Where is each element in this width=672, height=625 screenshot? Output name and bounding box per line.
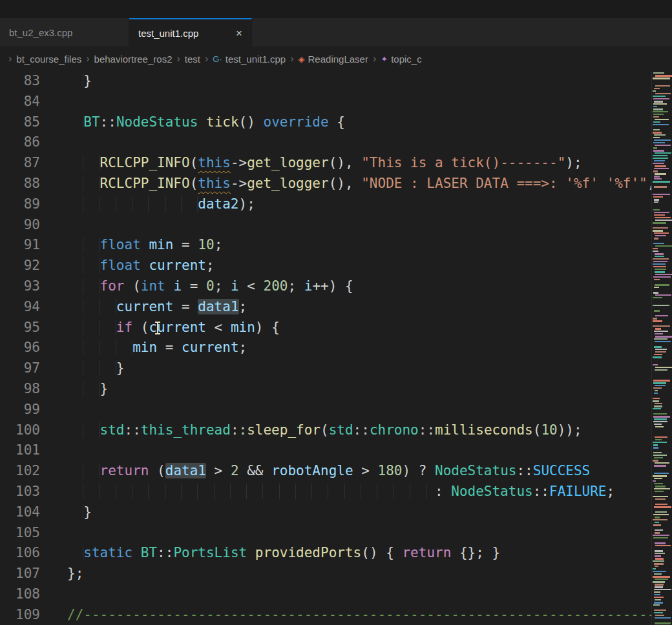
line-number[interactable]: 86: [0, 132, 40, 153]
code-line[interactable]: 90: [0, 215, 651, 236]
minimap-line: [653, 106, 657, 107]
chevron-right-icon: ›: [86, 53, 89, 65]
minimap-line: [653, 230, 663, 232]
minimap-line: [654, 563, 664, 565]
minimap-line: [654, 168, 669, 169]
breadcrumb-item-topic_c[interactable]: ✦topic_c: [381, 54, 421, 65]
line-number[interactable]: 90: [0, 215, 40, 236]
code-line[interactable]: 84: [0, 92, 651, 112]
code-line[interactable]: 103 : NodeStatus::FAILURE;: [0, 482, 651, 502]
minimap-line: [653, 121, 660, 123]
code-line[interactable]: 89 data2);: [0, 194, 651, 215]
line-number[interactable]: 88: [0, 174, 40, 194]
minimap-line: [655, 586, 663, 588]
minimap-line: [653, 387, 662, 389]
code-line[interactable]: 86: [0, 132, 651, 153]
line-number[interactable]: 105: [0, 523, 40, 544]
code-line[interactable]: 102 return (data1 > 2 && robotAngle > 18…: [0, 461, 651, 482]
minimap-line: [655, 504, 667, 505]
line-number[interactable]: 91: [0, 235, 40, 256]
line-number[interactable]: 103: [0, 482, 40, 502]
minimap-line: [653, 150, 664, 152]
class-icon: ◈: [299, 55, 305, 63]
line-number[interactable]: 108: [0, 584, 40, 605]
code-line[interactable]: 87 RCLCPP_INFO(this->get_logger(), "This…: [0, 153, 651, 174]
line-content: };: [40, 564, 83, 584]
code-line[interactable]: 106 static BT::PortsList providedPorts()…: [0, 543, 651, 564]
line-number[interactable]: 100: [0, 420, 40, 441]
code-line[interactable]: 109//-----------------------------------…: [0, 605, 651, 625]
line-number[interactable]: 104: [0, 502, 40, 523]
minimap-line: [653, 581, 665, 583]
minimap-line: [653, 318, 657, 320]
minimap-line: [655, 217, 671, 218]
code-line[interactable]: 83 }: [0, 71, 651, 92]
code-line[interactable]: 92 float current;: [0, 256, 651, 276]
minimap-line: [654, 139, 671, 141]
tab-bar: bt_u2_ex3.cpptest_unit1.cpp×: [0, 18, 672, 46]
code-line[interactable]: 85 BT::NodeStatus tick() override {: [0, 112, 651, 133]
minimap-line: [655, 328, 661, 330]
minimap-line: [653, 356, 662, 358]
code-line[interactable]: 96 min = current;: [0, 338, 651, 358]
code-editor[interactable]: 83 }8485 BT::NodeStatus tick() override …: [0, 71, 651, 625]
code-line[interactable]: 107};: [0, 564, 651, 584]
breadcrumb-item-ReadingLaser[interactable]: ◈ReadingLaser: [299, 54, 368, 65]
code-line[interactable]: 93 for (int i = 0; i < 200; i++) {: [0, 276, 651, 297]
minimap-line: [655, 491, 664, 492]
breadcrumb-item-behaviortree_ros2[interactable]: behaviortree_ros2: [94, 54, 173, 65]
minimap-line: [653, 460, 658, 462]
line-number[interactable]: 101: [0, 440, 40, 461]
line-content: : NodeStatus::FAILURE;: [40, 482, 614, 502]
breadcrumb-item-bt_course_files[interactable]: bt_course_files: [16, 54, 81, 65]
line-content: if (current < min) {: [40, 318, 280, 338]
line-number[interactable]: 96: [0, 338, 40, 358]
minimap-line: [655, 462, 669, 464]
line-number[interactable]: 99: [0, 400, 40, 420]
line-number[interactable]: 95: [0, 318, 40, 338]
minimap-line: [653, 305, 669, 306]
minimap-line: [653, 258, 669, 260]
minimap-line: [655, 336, 672, 338]
code-line[interactable]: 101: [0, 440, 651, 461]
code-line[interactable]: 100 std::this_thread::sleep_for(std::chr…: [0, 420, 651, 441]
code-line[interactable]: 104 }: [0, 502, 651, 523]
breadcrumb-item-test[interactable]: test: [185, 54, 200, 65]
line-number[interactable]: 97: [0, 358, 40, 379]
minimap-line: [653, 400, 659, 402]
code-line[interactable]: 88 RCLCPP_INFO(this->get_logger(), "NODE…: [0, 174, 651, 194]
code-line[interactable]: 98 }: [0, 379, 651, 400]
line-number[interactable]: 85: [0, 112, 40, 133]
breadcrumb-item-test_unit1.cpp[interactable]: G·test_unit1.cpp: [213, 54, 286, 65]
minimap-line: [653, 147, 657, 149]
line-number[interactable]: 98: [0, 379, 40, 400]
line-number[interactable]: 109: [0, 605, 40, 625]
line-number[interactable]: 83: [0, 71, 40, 92]
minimap-line: [654, 201, 658, 203]
title-bar: [0, 0, 672, 18]
code-line[interactable]: 94 current = data1;: [0, 297, 651, 318]
minimap-line: [653, 297, 662, 298]
code-line[interactable]: 105: [0, 523, 651, 544]
minimap[interactable]: [651, 71, 672, 625]
line-number[interactable]: 102: [0, 461, 40, 482]
tab-test_unit1.cpp[interactable]: test_unit1.cpp×: [129, 18, 252, 46]
line-number[interactable]: 93: [0, 276, 40, 297]
line-number[interactable]: 87: [0, 153, 40, 174]
line-number[interactable]: 84: [0, 92, 40, 112]
minimap-line: [653, 209, 660, 210]
tab-bt_u2_ex3.cpp[interactable]: bt_u2_ex3.cpp: [0, 18, 129, 46]
close-icon[interactable]: ×: [236, 28, 242, 39]
code-line[interactable]: 99: [0, 400, 651, 420]
line-number[interactable]: 92: [0, 256, 40, 276]
line-number[interactable]: 106: [0, 543, 40, 564]
code-line[interactable]: 95 if (current < min) {: [0, 318, 651, 338]
line-number[interactable]: 89: [0, 194, 40, 215]
minimap-line: [655, 579, 668, 580]
code-line[interactable]: 91 float min = 10;: [0, 235, 651, 256]
code-line[interactable]: 97 }: [0, 358, 651, 379]
code-line[interactable]: 108: [0, 584, 651, 605]
line-number[interactable]: 94: [0, 297, 40, 318]
minimap-line: [654, 134, 666, 136]
line-number[interactable]: 107: [0, 564, 40, 584]
